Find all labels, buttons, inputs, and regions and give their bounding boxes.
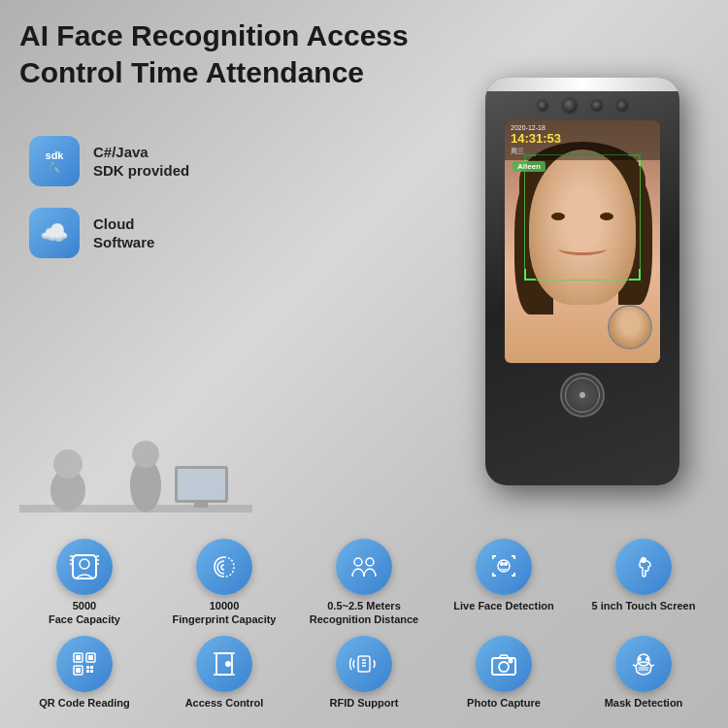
bottom-grid: 5000Face Capacity 10000Fingerprint Capac… <box>17 539 711 711</box>
screen-hud: 2020-12-18 14:31:53 周三 <box>505 120 660 160</box>
touch-icon <box>628 551 659 582</box>
grid-item-rfid-support: RFID Support <box>297 636 431 711</box>
device-screen: 2020-12-18 14:31:53 周三 Aileen <box>505 120 660 363</box>
cloud-feature: ☁️ Cloud Software <box>29 208 189 258</box>
svg-rect-27 <box>76 668 81 673</box>
svg-rect-6 <box>178 469 225 500</box>
camera-dot-1 <box>538 101 547 111</box>
sdk-feature: sdk 🔧 C#/Java SDK provided <box>29 136 189 186</box>
scan-corner-bl <box>524 269 536 281</box>
svg-rect-31 <box>90 670 93 673</box>
svg-rect-38 <box>358 656 370 672</box>
qr-icon <box>69 648 100 679</box>
svg-point-46 <box>639 658 641 660</box>
device-top-strip <box>485 78 679 91</box>
office-background <box>10 408 262 553</box>
svg-point-44 <box>510 660 513 663</box>
device-cameras <box>538 99 627 113</box>
device-body: 2020-12-18 14:31:53 周三 Aileen <box>485 78 679 485</box>
grid-item-photo-capture: Photo Capture <box>437 636 571 711</box>
grid-item-qr-code: QR Code Reading <box>17 636 151 711</box>
photo-capture-label: Photo Capture <box>467 697 541 711</box>
svg-point-21 <box>642 558 645 562</box>
fp-ring <box>565 378 600 413</box>
svg-point-2 <box>53 449 83 479</box>
svg-rect-29 <box>90 666 93 669</box>
face-name-label: Aileen <box>513 161 546 172</box>
title-line2: Control Time Attendance <box>19 56 364 88</box>
device-container: 2020-12-18 14:31:53 周三 Aileen <box>485 78 679 485</box>
recognition-distance-icon <box>336 539 392 595</box>
mask-detection-label: Mask Detection <box>605 697 683 711</box>
sdk-icon: sdk 🔧 <box>46 149 64 172</box>
people-icon <box>348 551 380 582</box>
thumb-face-inner <box>610 307 650 347</box>
fingerprint-button[interactable] <box>560 373 605 417</box>
live-face-detection-label: Live Face Detection <box>453 600 553 613</box>
touch-screen-label: 5 inch Touch Screen <box>592 600 696 613</box>
title-line1: AI Face Recognition Access <box>19 19 409 51</box>
live-face-detection-icon <box>476 539 532 595</box>
cloud-label: Cloud Software <box>93 215 154 252</box>
svg-rect-7 <box>194 503 208 508</box>
svg-point-4 <box>132 441 159 468</box>
fingerprint-capacity-icon <box>196 539 252 595</box>
svg-line-50 <box>633 665 636 666</box>
svg-rect-30 <box>86 670 89 673</box>
access-control-icon <box>196 636 252 692</box>
qr-code-label: QR Code Reading <box>39 697 130 711</box>
grid-item-access-control: Access Control <box>157 636 291 711</box>
svg-rect-28 <box>86 666 89 669</box>
hud-time: 14:31:53 <box>511 132 654 146</box>
recognition-distance-label: 0.5~2.5 MetersRecognition Distance <box>310 600 418 627</box>
face-capacity-label: 5000Face Capacity <box>49 600 120 627</box>
face-icon <box>69 551 100 582</box>
rfid-support-icon <box>336 636 392 692</box>
svg-point-43 <box>499 662 509 672</box>
face-scan-icon <box>488 551 519 582</box>
qr-code-icon <box>56 636 113 692</box>
door-icon <box>209 648 240 679</box>
grid-item-mask-detection: Mask Detection <box>577 636 711 711</box>
grid-item-fingerprint-capacity: 10000Fingerprint Capacity <box>157 539 291 627</box>
mask-detection-icon <box>615 636 672 692</box>
photo-capture-icon <box>476 636 532 692</box>
grid-item-face-capacity: 5000Face Capacity <box>17 539 151 627</box>
camera-dot-3 <box>617 101 627 111</box>
scan-overlay <box>524 154 641 281</box>
left-features: sdk 🔧 C#/Java SDK provided ☁️ Cloud Soft… <box>29 136 189 258</box>
camera-dot-main <box>563 99 577 113</box>
svg-point-33 <box>226 662 230 666</box>
svg-point-9 <box>80 559 89 569</box>
cloud-icon: ☁️ <box>40 219 69 247</box>
face-capacity-icon <box>56 539 113 595</box>
svg-point-47 <box>646 658 648 660</box>
sdk-label: C#/Java SDK provided <box>93 143 189 181</box>
touch-screen-icon <box>615 539 672 595</box>
access-control-label: Access Control <box>185 697 264 711</box>
cloud-icon-box: ☁️ <box>29 208 80 258</box>
camera-dot-2 <box>592 101 602 111</box>
svg-point-20 <box>505 563 507 565</box>
fingerprint-icon <box>209 551 240 582</box>
svg-point-16 <box>354 558 362 566</box>
svg-line-51 <box>651 665 654 666</box>
thumb-face <box>608 305 652 349</box>
sdk-icon-box: sdk 🔧 <box>29 136 80 186</box>
svg-rect-25 <box>88 655 93 660</box>
grid-item-touch-screen: 5 inch Touch Screen <box>577 539 711 627</box>
grid-item-live-face-detection: Live Face Detection <box>437 539 571 627</box>
mask-icon <box>628 648 659 679</box>
svg-point-17 <box>366 558 374 566</box>
svg-rect-23 <box>76 655 81 660</box>
camera-icon <box>488 648 519 679</box>
scan-corner-br <box>629 269 641 281</box>
svg-point-19 <box>501 563 503 565</box>
rfid-icon <box>348 648 380 679</box>
hud-day: 周三 <box>511 147 654 156</box>
grid-item-recognition-distance: 0.5~2.5 MetersRecognition Distance <box>297 539 431 627</box>
fp-dot <box>579 392 585 398</box>
rfid-support-label: RFID Support <box>330 697 399 711</box>
fingerprint-capacity-label: 10000Fingerprint Capacity <box>173 600 277 627</box>
